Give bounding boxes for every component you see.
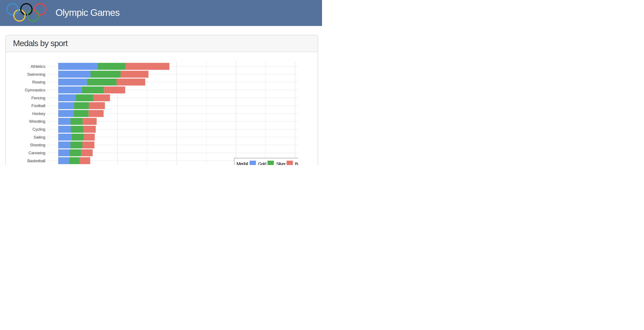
svg-text:Swimming: Swimming (27, 72, 45, 77)
svg-text:Shooting: Shooting (30, 143, 45, 147)
svg-text:Wrestling: Wrestling (29, 119, 45, 124)
svg-text:Sailing: Sailing (34, 135, 45, 139)
svg-text:Medal: Medal (236, 161, 248, 165)
svg-text:Gymnastics: Gymnastics (25, 88, 45, 92)
svg-text:Cycling: Cycling (32, 127, 46, 132)
svg-text:Basketball: Basketball (27, 159, 45, 163)
svg-text:Fencing: Fencing (31, 96, 45, 100)
svg-text:Rowing: Rowing (32, 80, 45, 84)
svg-text:Canoeing: Canoeing (28, 151, 45, 155)
svg-text:Athletics: Athletics (31, 64, 45, 69)
svg-text:Football: Football (32, 103, 45, 108)
svg-text:Bronze: Bronze (295, 162, 298, 165)
svg-text:Silver: Silver (276, 162, 286, 165)
svg-text:Gold: Gold (258, 162, 266, 165)
svg-text:Hockey: Hockey (32, 111, 46, 116)
